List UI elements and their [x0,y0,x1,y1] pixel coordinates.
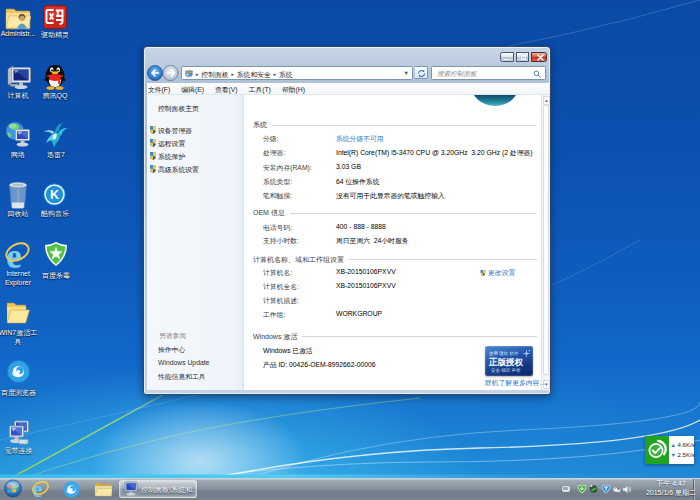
svg-text:K: K [50,188,59,202]
